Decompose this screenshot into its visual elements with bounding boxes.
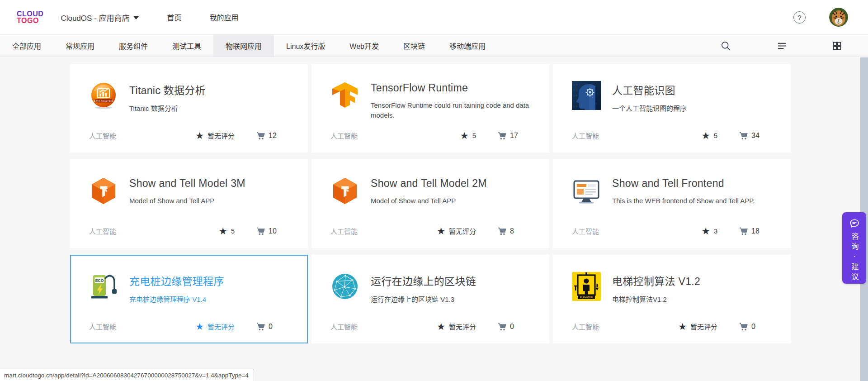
tab-blockchain[interactable]: 区块链 [391,35,437,57]
consult-suggest-button[interactable]: 咨询·建议 [842,212,866,284]
app-card[interactable]: ELEVATOR 电梯控制算法 V1.2 电梯控制算法V1.2 人工智能 ★ 暂… [553,255,791,343]
cart-icon [497,321,507,332]
cart-icon [738,321,749,332]
app-rating: ★ 5 [702,131,717,140]
app-rating: ★ 5 [219,226,235,236]
logo-line1: CLOUD [17,10,43,17]
app-cart-count: 18 [751,227,760,235]
svg-text:1 0 1: 1 0 1 [573,105,580,108]
app-grid: DATA ANALYSIS Titanic 数据分析 Titanic 数据分析 … [70,64,791,343]
app-category: 人工智能 [89,226,219,236]
tiger-avatar-image [829,8,848,27]
app-rating: ★ 暂无评分 [437,226,476,236]
app-title: 人工智能识图 [612,82,687,97]
app-category: 人工智能 [89,131,195,140]
app-store-menu[interactable]: CloudOS - 应用商店 [61,12,139,23]
cart-icon [497,226,507,236]
cloudtogo-logo[interactable]: CLOUD TOGO [17,10,43,24]
app-subtitle: Model of Show and Tell APP [371,196,487,206]
tab-linux-distros[interactable]: Linux发行版 [274,35,337,57]
app-title: TensorFlow Runtime [371,82,530,94]
app-cart-count: 8 [510,227,514,235]
app-cart: 10 [255,226,289,236]
app-rating: ★ 暂无评分 [678,322,717,331]
logo-line2: TOGO [17,17,43,24]
app-title: Show and Tell Model 2M [371,177,487,190]
app-card[interactable]: Show and Tell Model 2M Model of Show and… [311,159,549,248]
elevator-icon: ELEVATOR [572,272,601,301]
app-category: 人工智能 [330,226,437,236]
app-cart-count: 17 [510,132,518,140]
blockchain-icon [330,272,359,301]
app-cart-count: 10 [269,227,277,235]
list-view-icon[interactable] [777,41,787,51]
app-cart: 34 [738,130,772,141]
avatar[interactable] [829,8,848,27]
chat-bubble-icon [849,218,860,229]
ev-charger-icon: ECO [89,272,118,301]
app-card[interactable]: TensorFlow Runtime TensorFlow Runtime co… [311,64,549,152]
app-title: 电梯控制算法 V1.2 [612,273,700,288]
star-icon: ★ [437,226,445,236]
nav-home[interactable]: 首页 [167,12,181,23]
category-tabs-list: 全部应用常规应用服务组件测试工具物联网应用Linux发行版Web开发区块链移动端… [0,35,498,57]
app-card[interactable]: Show and Tell Frontend This is the WEB f… [553,159,791,248]
app-subtitle: 一个人工智能识图的程序 [612,104,687,114]
help-icon[interactable]: ? [793,11,806,24]
tab-test-tools[interactable]: 测试工具 [160,35,213,57]
app-rating-text: 暂无评分 [449,226,476,236]
cart-icon [255,130,266,141]
app-rating-text: 暂无评分 [690,322,717,331]
app-card[interactable]: 1 0 10 1 01 0 1 0 1 01 0 1 0 11 00 1 人工智… [553,64,791,152]
app-card[interactable]: ECO 充电桩边缘管理程序 充电桩边缘管理程序 V1.4 人工智能 ★ 暂无评分 [70,255,308,343]
app-grid-area: DATA ANALYSIS Titanic 数据分析 Titanic 数据分析 … [0,64,868,381]
grid-view-icon[interactable] [832,41,842,51]
search-icon[interactable] [720,40,731,52]
app-store-menu-label: CloudOS - 应用商店 [61,12,129,23]
star-icon: ★ [460,131,469,140]
app-subtitle: TensorFlow Runtime could run taining cod… [371,100,530,120]
tab-web-dev[interactable]: Web开发 [337,35,391,57]
web-frontend-icon [572,176,601,205]
category-tabs: 全部应用常规应用服务组件测试工具物联网应用Linux发行版Web开发区块链移动端… [0,35,868,57]
tab-mobile-apps[interactable]: 移动端应用 [437,35,498,57]
star-icon: ★ [702,226,710,236]
header-nav: 首页 我的应用 [139,12,238,23]
app-title: 充电桩边缘管理程序 [129,273,224,288]
star-icon: ★ [195,322,204,331]
app-card[interactable]: DATA ANALYSIS Titanic 数据分析 Titanic 数据分析 … [70,64,308,152]
app-card[interactable]: Show and Tell Model 3M Model of Show and… [70,159,308,248]
star-icon: ★ [437,322,445,331]
app-cart: 17 [497,130,530,141]
app-subtitle: Titanic 数据分析 [129,104,206,114]
app-cart: 12 [255,130,289,141]
app-card[interactable]: 运行在边缘上的区块链 运行在边缘上的区块链 V1.3 人工智能 ★ 暂无评分 0 [311,255,549,343]
svg-text:DATA ANALYSIS: DATA ANALYSIS [94,100,113,102]
app-cart: 0 [497,321,530,332]
header-right: ? [793,8,848,27]
nav-my-apps[interactable]: 我的应用 [210,12,239,23]
app-title: Titanic 数据分析 [129,82,206,97]
tab-iot-apps[interactable]: 物联网应用 [213,35,274,57]
app-rating-text: 暂无评分 [208,131,235,140]
app-rating-text: 3 [714,227,717,235]
star-icon: ★ [678,322,687,331]
app-rating-text: 暂无评分 [208,322,235,331]
data-analysis-icon: DATA ANALYSIS [89,81,118,110]
tf-hexagon-icon [89,176,118,205]
tab-all-apps[interactable]: 全部应用 [0,35,53,57]
app-cart-count: 34 [751,132,760,140]
app-rating-text: 5 [714,132,717,139]
tab-service-components[interactable]: 服务组件 [107,35,160,57]
app-rating-text: 5 [472,132,476,139]
tab-regular-apps[interactable]: 常规应用 [53,35,107,57]
app-subtitle: 电梯控制算法V1.2 [612,295,700,305]
star-icon: ★ [195,131,204,140]
app-rating: ★ 5 [460,131,476,140]
svg-text:0 1 0: 0 1 0 [573,89,580,91]
top-header: CLOUD TOGO CloudOS - 应用商店 首页 我的应用 ? [0,0,868,35]
cart-icon [497,130,507,141]
app-cart: 8 [497,226,530,236]
app-cart: 0 [738,321,772,332]
app-category: 人工智能 [572,131,702,140]
